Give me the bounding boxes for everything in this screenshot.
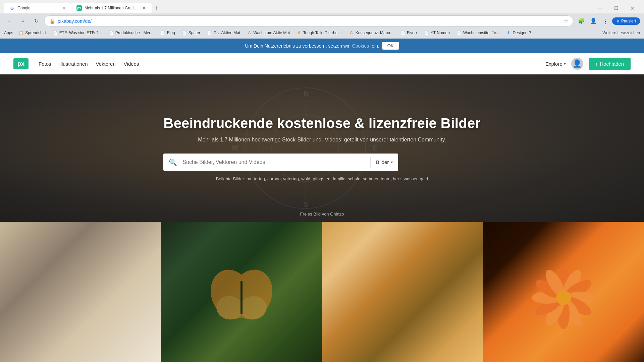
wachstum-icon: A <box>247 30 252 36</box>
bookmark-wachstum[interactable]: A Wachstum Aktie Mai <box>244 29 292 37</box>
div-aktien-icon: 📄 <box>207 30 212 36</box>
nav-fotos[interactable]: Fotos <box>39 61 51 67</box>
maximize-button[interactable]: □ <box>608 3 624 13</box>
svg-point-28 <box>556 290 571 305</box>
explore-button[interactable]: Explore ▾ <box>545 61 566 67</box>
cookie-banner: Um Dein Nutzererlebnis zu verbessern, se… <box>0 39 644 53</box>
image-grid <box>0 222 644 362</box>
explore-label: Explore <box>545 61 562 67</box>
user-avatar[interactable]: 👤 <box>571 58 583 70</box>
tab-pixabay-title: Mehr als 1.7 Millionen Gratis-Bi... <box>85 6 140 10</box>
popular-tags-label: Beliebte Bilder: <box>216 176 245 181</box>
woman-image <box>322 222 483 362</box>
butterfly-image <box>161 222 322 362</box>
nav-illustrationen[interactable]: Illustrationen <box>59 61 88 67</box>
hero-section: N S W E Beeindruckende kostenlose & lize… <box>0 74 644 222</box>
tab-pixabay[interactable]: px Mehr als 1.7 Millionen Gratis-Bi... ✕ <box>71 3 152 13</box>
spices-image <box>0 222 161 362</box>
title-bar: G Google ✕ px Mehr als 1.7 Millionen Gra… <box>0 0 644 13</box>
forward-button[interactable]: → <box>17 16 28 26</box>
reload-button[interactable]: ↻ <box>31 16 42 26</box>
grid-item-butterfly[interactable] <box>161 222 322 362</box>
pause-button[interactable]: ⏸ Pausiert <box>612 17 640 25</box>
new-tab-button[interactable]: + <box>152 3 161 13</box>
upload-icon: ↑ <box>595 61 598 67</box>
minimize-button[interactable]: ─ <box>592 3 608 13</box>
bookmark-wachstumstitel-label: Wachstumstitel für... <box>463 31 499 35</box>
bookmark-spaeter[interactable]: 📄 Später <box>179 29 203 37</box>
search-type-dropdown[interactable]: Bilder ▾ <box>371 159 398 165</box>
more-bookmarks-label: Weitere Lesezeichen <box>602 31 640 35</box>
bookmark-etf[interactable]: 📄 ETF: Was sind ETFs?... <box>50 29 105 37</box>
svg-text:N: N <box>304 89 309 98</box>
bookmark-wachstumstitel[interactable]: 📄 Wachstumstitel für... <box>454 29 502 37</box>
grid-item-spices[interactable] <box>0 222 161 362</box>
browser-chrome: G Google ✕ px Mehr als 1.7 Millionen Gra… <box>0 0 644 39</box>
search-type-chevron-icon: ▾ <box>391 160 393 165</box>
fiverr-icon: 📄 <box>400 30 406 36</box>
cookie-text2: ein. <box>372 43 379 49</box>
bookmark-blog-label: Blog <box>167 31 175 35</box>
settings-icon[interactable]: ⋮ <box>600 16 611 26</box>
hero-credit: Freies Bild von Ghinzo <box>300 212 344 217</box>
bookmark-konsequenz[interactable]: A Konsequenz: Mana... <box>346 29 396 37</box>
search-icon: 🔍 <box>163 158 182 166</box>
bookmark-div-aktien[interactable]: 📄 Div. Aktien Mai <box>204 29 243 37</box>
bookmark-spreadshirt[interactable]: 📋 Spreadshirt <box>16 29 48 37</box>
back-button[interactable]: ← <box>4 16 15 26</box>
cookie-ok-button[interactable]: OK <box>382 42 399 50</box>
bookmark-fiverr[interactable]: 📄 Fiverr <box>397 29 420 37</box>
more-bookmarks[interactable]: Weitere Lesezeichen <box>602 31 640 35</box>
tough-icon: A <box>297 30 302 36</box>
bookmark-tough[interactable]: A Tough Talk: Die rhet... <box>294 29 345 37</box>
pixabay-website: Um Dein Nutzererlebnis zu verbessern, se… <box>0 39 644 362</box>
hero-content: Beeindruckende kostenlose & lizenzfreie … <box>157 115 487 171</box>
close-button[interactable]: ✕ <box>625 3 640 13</box>
spaeter-icon: 📄 <box>182 30 187 36</box>
profile-icon[interactable]: 👤 <box>588 16 599 26</box>
bookmark-produktsuche[interactable]: 📄 Produktsuche - Mer... <box>106 29 156 37</box>
search-input[interactable] <box>182 159 370 165</box>
bookmark-yt-namen[interactable]: 📄 YT Namen <box>421 29 452 37</box>
bookmark-spaeter-label: Später <box>189 31 200 35</box>
lock-icon: 🔒 <box>49 18 55 24</box>
bookmark-blog[interactable]: 📄 Blog <box>158 29 178 37</box>
tab-google-close[interactable]: ✕ <box>62 5 66 11</box>
konsequenz-icon: A <box>349 30 354 36</box>
pixabay-logo[interactable]: px <box>13 58 29 69</box>
cookie-link[interactable]: Cookies <box>352 43 369 49</box>
explore-chevron-icon: ▾ <box>564 61 566 66</box>
svg-rect-15 <box>240 281 243 314</box>
search-type-label: Bilder <box>376 159 389 165</box>
apps-label[interactable]: Apps <box>4 31 13 35</box>
nav-right: Explore ▾ 👤 ↑ Hochladen <box>545 58 631 70</box>
bookmark-fiverr-label: Fiverr <box>407 31 417 35</box>
grid-item-woman[interactable] <box>322 222 483 362</box>
window-controls: ─ □ ✕ <box>592 3 640 13</box>
extensions-icon[interactable]: 🧩 <box>576 16 587 26</box>
bookmark-etf-label: ETF: Was sind ETFs?... <box>59 31 102 35</box>
etf-icon: 📄 <box>53 30 58 36</box>
nav-vektoren[interactable]: Vektoren <box>96 61 116 67</box>
bookmark-designer-label: Designer? <box>513 31 531 35</box>
bookmark-designer[interactable]: f Designer? <box>503 29 534 37</box>
nav-links: Fotos Illustrationen Vektoren Videos <box>39 61 139 67</box>
bookmarks-bar: Apps 📋 Spreadshirt 📄 ETF: Was sind ETFs?… <box>0 28 644 39</box>
grid-item-flower[interactable] <box>483 222 644 362</box>
upload-button[interactable]: ↑ Hochladen <box>589 58 631 70</box>
bookmark-wachstum-label: Wachstum Aktie Mai <box>254 31 290 35</box>
tab-google[interactable]: G Google ✕ <box>4 3 71 13</box>
flower-image <box>483 222 644 362</box>
cookie-text: Um Dein Nutzererlebnis zu verbessern, se… <box>245 43 349 49</box>
nav-videos[interactable]: Videos <box>124 61 139 67</box>
bookmark-spreadshirt-label: Spreadshirt <box>25 31 46 35</box>
upload-label: Hochladen <box>600 61 624 67</box>
yt-namen-icon: 📄 <box>424 30 429 36</box>
svg-text:S: S <box>304 200 309 208</box>
pixabay-nav: px Fotos Illustrationen Vektoren Videos … <box>0 53 644 74</box>
tab-pixabay-close[interactable]: ✕ <box>142 5 146 11</box>
bookmark-star-icon[interactable]: ☆ <box>564 18 568 24</box>
address-text: pixabay.com/de/ <box>58 18 561 24</box>
produktsuche-icon: 📄 <box>109 30 114 36</box>
address-bar[interactable]: 🔒 pixabay.com/de/ ☆ <box>44 15 573 26</box>
